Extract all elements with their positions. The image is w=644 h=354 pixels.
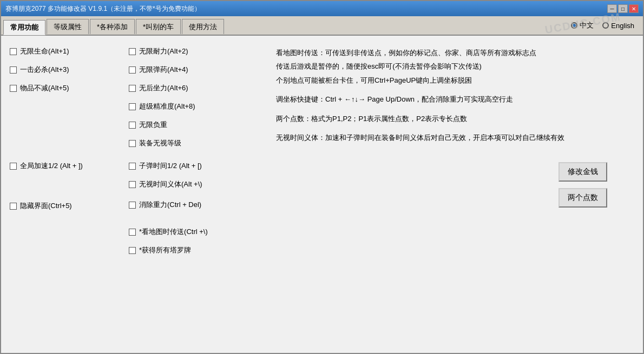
- lang-chinese[interactable]: 中文: [571, 21, 594, 30]
- checkbox-ignore-level[interactable]: 装备无视等级: [129, 134, 270, 152]
- language-selector: 中文 English: [571, 21, 641, 32]
- info-line-1: 看地图时传送：可传送到非传送点，例如你的标记点、你家、商店等所有游戏标志点: [276, 46, 628, 59]
- checkbox-super-accuracy[interactable]: 超级精准度(Alt+8): [129, 97, 270, 116]
- main-content: 无限生命(Alt+1) 一击必杀(Alt+3) 物品不减(Alt+5) 无限耐力…: [1, 36, 643, 353]
- checkbox-ignore-kerenzikov[interactable]: 无视时间义体(Alt +\): [129, 175, 270, 193]
- cb-infinite-carry[interactable]: [129, 122, 136, 129]
- checkbox-infinite-life[interactable]: 无限生命(Alt+1): [10, 42, 129, 61]
- tab-howto[interactable]: 使用方法: [182, 19, 224, 34]
- radio-english-icon[interactable]: [602, 22, 609, 29]
- tab-level[interactable]: 等级属性: [47, 19, 89, 34]
- checkbox-global-speed[interactable]: 全局加速1/2 (Alt + ]): [10, 157, 129, 175]
- column-1: 无限生命(Alt+1) 一击必杀(Alt+3) 物品不减(Alt+5): [10, 42, 129, 97]
- checkbox-one-hit[interactable]: 一击必杀(Alt+3): [10, 61, 129, 79]
- info-line-4: 调坐标快捷键：Ctrl + ←↑↓→ Page Up/Down，配合消除重力可实…: [276, 93, 628, 105]
- maximize-button[interactable]: □: [618, 4, 628, 13]
- cb-global-speed[interactable]: [10, 163, 17, 170]
- title-bar: 赛博朋克2077 多功能修改器 V1.9.1（未注册，不带*号为免费功能） ─ …: [1, 1, 643, 16]
- checkbox-tarot[interactable]: *获得所有塔罗牌: [129, 241, 270, 259]
- two-points-button[interactable]: 两个点数: [558, 188, 607, 208]
- modify-money-button[interactable]: 修改金钱: [558, 162, 607, 182]
- window-title: 赛博朋克2077 多功能修改器 V1.9.1（未注册，不带*号为免费功能）: [5, 4, 201, 14]
- checkbox-infinite-stamina[interactable]: 无限耐力(Alt+2): [129, 42, 270, 61]
- checkbox-no-item-reduce[interactable]: 物品不减(Alt+5): [10, 79, 129, 97]
- cb-no-recoil[interactable]: [129, 85, 136, 92]
- lang-chinese-label: 中文: [580, 21, 594, 30]
- lang-english[interactable]: English: [602, 22, 634, 30]
- cb-super-accuracy[interactable]: [129, 103, 136, 110]
- cb-map-teleport[interactable]: [129, 229, 136, 236]
- tab-general[interactable]: 常用功能: [3, 20, 45, 35]
- tab-add[interactable]: *各种添加: [90, 19, 135, 34]
- cb-bullet-time[interactable]: [129, 163, 136, 170]
- tab-bar: 常用功能 等级属性 *各种添加 *叫别的车 使用方法 中文 English: [1, 16, 643, 36]
- cb-infinite-life[interactable]: [10, 48, 17, 55]
- column-2-bottom: 子弹时间1/2 (Alt + [) 无视时间义体(Alt +\) 消除重力(Ct…: [129, 157, 270, 259]
- column-2-top: 无限耐力(Alt+2) 无限弹药(Alt+4) 无后坐力(Alt+6) 超级精准…: [129, 42, 270, 152]
- checkbox-infinite-carry[interactable]: 无限负重: [129, 116, 270, 134]
- cb-infinite-ammo[interactable]: [129, 66, 136, 74]
- window-controls: ─ □ ✕: [607, 4, 639, 13]
- minimize-button[interactable]: ─: [607, 4, 617, 13]
- info-line-2: 传送后游戏是暂停的，随便按esc即可(不消去暂停会影响下次传送): [276, 60, 628, 72]
- info-block: 看地图时传送：可传送到非传送点，例如你的标记点、你家、商店等所有游戏标志点 传送…: [270, 42, 634, 149]
- info-line-3: 个别地点可能被柜台卡住，可用Ctrl+PageUP键向上调坐标脱困: [276, 74, 628, 86]
- cb-hide-ui[interactable]: [10, 203, 17, 210]
- cb-tarot[interactable]: [129, 247, 136, 254]
- checkbox-no-gravity[interactable]: 消除重力(Ctrl + Del): [129, 196, 270, 214]
- info-line-5: 两个点数：格式为P1,P2；P1表示属性点数，P2表示专长点数: [276, 112, 628, 125]
- cb-no-item-reduce[interactable]: [10, 85, 17, 92]
- column-1-bottom: 全局加速1/2 (Alt + ]) 隐藏界面(Ctrl+5): [10, 157, 129, 215]
- checkbox-bullet-time[interactable]: 子弹时间1/2 (Alt + [): [129, 157, 270, 175]
- checkbox-no-recoil[interactable]: 无后坐力(Alt+6): [129, 79, 270, 97]
- checkbox-map-teleport[interactable]: *看地图时传送(Ctrl +\): [129, 223, 270, 241]
- checkbox-hide-ui[interactable]: 隐藏界面(Ctrl+5): [10, 197, 129, 215]
- tab-car[interactable]: *叫别的车: [136, 19, 181, 34]
- cb-ignore-kerenzikov[interactable]: [129, 181, 136, 188]
- cb-one-hit[interactable]: [10, 66, 17, 74]
- cb-ignore-level[interactable]: [129, 140, 136, 147]
- lang-english-label: English: [611, 22, 634, 30]
- info-line-6: 无视时间义体：加速和子弹时间在装备时间义体后对自己无效，开启本项可以对自己继续有…: [276, 131, 628, 144]
- tabs: 常用功能 等级属性 *各种添加 *叫别的车 使用方法: [3, 19, 225, 34]
- cb-no-gravity[interactable]: [129, 202, 136, 209]
- cb-infinite-stamina[interactable]: [129, 48, 136, 55]
- close-button[interactable]: ✕: [629, 4, 639, 13]
- column-3-buttons: 修改金钱 两个点数: [270, 157, 634, 214]
- checkbox-infinite-ammo[interactable]: 无限弹药(Alt+4): [129, 61, 270, 79]
- radio-chinese-icon[interactable]: [571, 22, 577, 29]
